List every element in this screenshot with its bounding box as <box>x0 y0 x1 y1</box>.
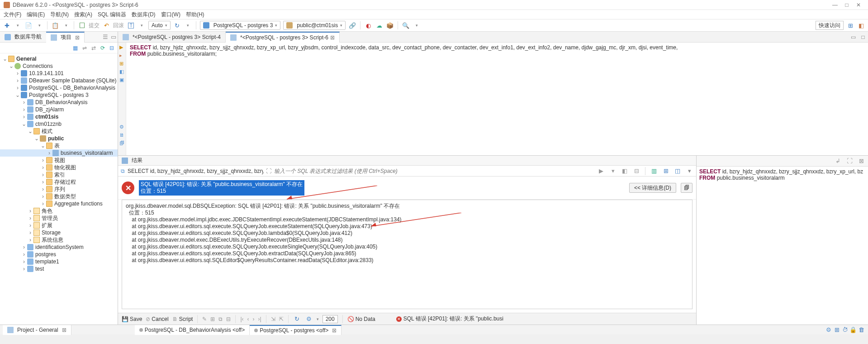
rollback-icon[interactable]: ↶ <box>102 21 110 29</box>
tree-table[interactable]: business_visitoralarm <box>61 150 113 156</box>
dropdown-icon[interactable]: ▾ <box>14 21 22 29</box>
menu-help[interactable]: 帮助(H) <box>186 11 204 19</box>
tree-item[interactable]: 数据类型 <box>54 193 76 201</box>
tree-item[interactable]: 角色 <box>42 207 52 215</box>
add-icon[interactable]: ⊞ <box>210 316 215 322</box>
import-icon[interactable]: ⇱ <box>279 316 284 322</box>
tab-db-nav[interactable]: 数据库导航 <box>0 32 46 43</box>
prev-icon[interactable]: ▾ <box>609 167 617 175</box>
result-tab[interactable]: 结果 <box>132 157 142 164</box>
close-icon[interactable]: ⊠ <box>330 34 335 41</box>
last-page-icon[interactable]: ›| <box>258 316 261 322</box>
link-icon[interactable]: 🔗 <box>348 21 356 29</box>
grid-icon[interactable]: ⊞ <box>662 167 670 175</box>
gear-icon[interactable]: ⚙ <box>119 124 125 129</box>
tree-item[interactable]: 视图 <box>54 157 65 164</box>
tree-item[interactable]: template1 <box>35 258 59 265</box>
status-tab[interactable]: PostgreSQL - DB_BehaviorAnalysis <off> <box>135 325 250 335</box>
perspective-icon[interactable]: ⊞ <box>846 21 854 29</box>
gear-icon[interactable]: ⚙ <box>305 315 313 323</box>
tree-item[interactable]: 模式 <box>42 128 52 135</box>
save-icon[interactable]: ⊟ <box>632 167 640 175</box>
tree-item[interactable]: test <box>35 266 44 272</box>
new-conn-icon[interactable]: ✚ <box>3 21 11 29</box>
tree-item[interactable]: 存储过程 <box>54 178 76 186</box>
row-count-input[interactable] <box>323 315 338 323</box>
project-tree[interactable]: ⌄General ⌄Connections ›10.19.141.101 ›DB… <box>0 53 118 325</box>
script-button[interactable]: 🗎 Script <box>172 316 193 322</box>
bar-icon[interactable]: ▥ <box>650 167 658 175</box>
export-icon[interactable]: ⇲ <box>271 316 275 322</box>
dropdown-icon[interactable]: ▾ <box>35 21 43 29</box>
history-icon[interactable]: ◧ <box>621 167 629 175</box>
tree-item[interactable]: postgres <box>35 251 56 258</box>
refresh-icon[interactable]: ↻ <box>293 315 301 323</box>
prev-page-icon[interactable]: ‹ <box>247 316 249 322</box>
first-page-icon[interactable]: |‹ <box>240 316 243 322</box>
maximize-icon[interactable]: □ <box>858 34 868 40</box>
tree-item[interactable]: DB_zjAlarm <box>35 106 64 113</box>
explain-icon[interactable]: ◧ <box>119 69 125 74</box>
edit-icon[interactable]: ✎ <box>202 316 207 322</box>
commit-label[interactable]: 提交 <box>89 22 100 29</box>
dropdown-icon[interactable]: ▾ <box>413 21 421 29</box>
menu-window[interactable]: 窗口(W) <box>161 11 180 19</box>
tool-icon[interactable]: 📦 <box>386 21 394 29</box>
first-icon[interactable]: ▶ <box>597 167 605 175</box>
rollback-label[interactable]: 回滚 <box>113 22 124 29</box>
tree-item[interactable]: public <box>48 135 64 142</box>
filter-input[interactable] <box>274 168 594 174</box>
tree-item[interactable]: PostgreSQL - postgres 3 <box>29 92 89 98</box>
schema-select[interactable]: public@ctm01sis▾ <box>283 21 346 30</box>
minimize-icon[interactable]: ▭ <box>848 34 858 40</box>
gear-icon[interactable]: ⚙ <box>825 326 833 334</box>
menu-sql[interactable]: SQL 编辑器 <box>98 11 126 19</box>
status-tab[interactable]: Project - General⊠ <box>3 325 71 335</box>
menu-icon[interactable]: ☰ <box>101 33 109 41</box>
close-btn[interactable]: ✕ <box>853 2 864 8</box>
tree-item[interactable]: DB_BehaviorAnalysis <box>35 99 87 105</box>
tree-item[interactable]: ctm01zznb <box>35 121 62 127</box>
new-sql-icon[interactable]: 📄 <box>24 21 33 29</box>
tree-item[interactable]: 表 <box>54 142 60 150</box>
minimize-btn[interactable]: — <box>829 2 841 8</box>
menu-edit[interactable]: 编辑(E) <box>27 11 45 19</box>
del-icon[interactable]: ⊟ <box>226 316 231 322</box>
panel2-icon[interactable]: ▾ <box>685 167 693 175</box>
cloud-icon[interactable]: ☁ <box>375 21 383 29</box>
maximize-btn[interactable]: □ <box>841 2 853 8</box>
tab-project[interactable]: 项目⊠ <box>46 32 85 43</box>
trash-icon[interactable]: 🗑 <box>857 326 865 334</box>
tree-item[interactable]: 序列 <box>54 186 65 193</box>
sql-editor[interactable]: SELECT id, bzry_hjdz_qhnxxdz, bzry_sjjz_… <box>126 43 868 155</box>
commit-icon[interactable]: 🞎 <box>78 21 86 29</box>
grid-icon[interactable]: ⊞ <box>833 326 841 334</box>
refresh-icon[interactable]: ↻ <box>173 21 181 29</box>
editor-tab[interactable]: *<PostgreSQL - postgres 3> Script-4 <box>118 32 226 43</box>
script-icon[interactable]: 📋 <box>51 21 59 29</box>
tree-item[interactable]: 物化视图 <box>54 164 76 172</box>
new-icon[interactable]: ▦ <box>73 45 78 51</box>
next-page-icon[interactable]: › <box>253 316 255 322</box>
close-icon[interactable]: ⊠ <box>857 157 865 165</box>
stop-icon[interactable]: ▣ <box>119 77 125 82</box>
tree-item[interactable]: 管理员 <box>42 215 58 222</box>
tree-item[interactable]: DBeaver Sample Database (SQLite) <box>29 77 116 84</box>
minimize-icon[interactable]: ▭ <box>109 33 118 41</box>
menu-search[interactable]: 搜索(A) <box>74 11 92 19</box>
run-sel-icon[interactable]: ⊞ <box>119 61 125 66</box>
search-icon[interactable]: 🔍 <box>402 21 410 29</box>
cancel-button[interactable]: ⊘ Cancel <box>146 316 168 322</box>
collapse-icon[interactable]: ⊟ <box>109 45 114 51</box>
tree-item[interactable]: identificationSystem <box>35 244 84 250</box>
status-tab[interactable]: PostgreSQL - postgres <off>⊠ <box>250 325 342 335</box>
lock-icon[interactable]: 🔒 <box>849 326 857 334</box>
refresh-icon[interactable]: ⟳ <box>100 45 105 51</box>
close-icon[interactable]: ⊠ <box>75 34 80 41</box>
max-icon[interactable]: ⛶ <box>845 157 854 165</box>
save-button[interactable]: 💾 Save <box>122 316 142 322</box>
detail-button[interactable]: << 详细信息(D) <box>629 183 676 193</box>
stop-icon[interactable]: ◐ <box>364 21 372 29</box>
editor-tab-active[interactable]: *<PostgreSQL - postgres 3> Script-6⊠ <box>226 32 340 43</box>
menu-db[interactable]: 数据库(D) <box>132 11 156 19</box>
